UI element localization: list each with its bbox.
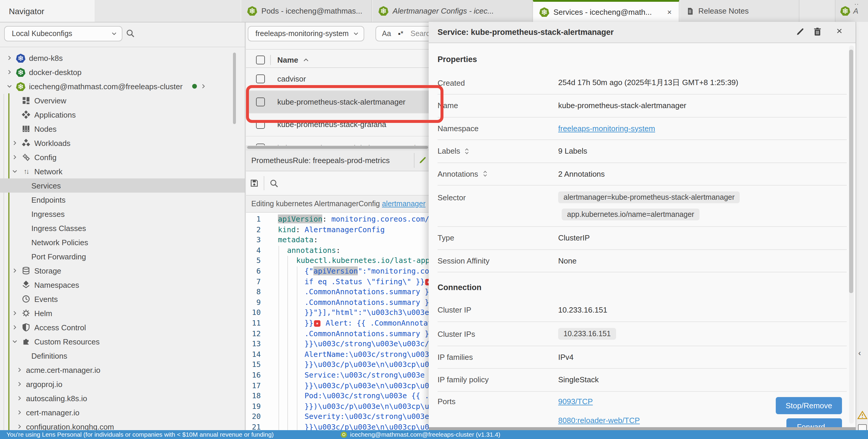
chevron-right-icon[interactable] (16, 381, 23, 387)
sidebar-item-nodes[interactable]: Nodes (0, 122, 245, 136)
lens-window: Navigator Pods - icecheng@mathmas...Aler… (0, 0, 868, 439)
port-link[interactable]: 8080:reloader-web/TCP (558, 416, 640, 425)
chevron-right-icon[interactable] (11, 325, 18, 330)
tab-partial[interactable]: A (835, 0, 868, 22)
chevron-right-icon[interactable] (16, 424, 23, 430)
sidebar-item-cert-manager-io[interactable]: cert-manager.io (0, 405, 245, 419)
kubeconfig-select[interactable]: Local Kubeconfigs (4, 26, 122, 41)
sidebar-item-config[interactable]: Config (0, 150, 245, 164)
tab-release-notes[interactable]: Release Notes (679, 0, 799, 22)
tab-alertmanager-configs[interactable]: Alertmanager Configs - icec... (372, 0, 533, 22)
cluster-status[interactable]: icecheng@mathmast.com@freeleaps-cluster … (341, 431, 500, 438)
name-column-header[interactable]: Name (277, 55, 298, 64)
drawer-scrollbar-thumb[interactable] (849, 49, 853, 293)
port-link[interactable]: 9093/TCP (558, 397, 640, 406)
sidebar-item-label: demo-k8s (29, 54, 63, 62)
sidebar-item-port-forwarding[interactable]: Port Forwarding (0, 249, 245, 264)
navigator-tab[interactable]: Navigator (0, 0, 95, 22)
sidebar-item-label: Namespaces (34, 280, 79, 289)
chevron-down-icon (353, 31, 359, 37)
sidebar-item-definitions[interactable]: Definitions (0, 348, 245, 363)
chevron-right-icon[interactable] (16, 395, 23, 401)
scrollbar-thumb[interactable] (247, 146, 428, 148)
sidebar-item-namespaces[interactable]: Namespaces (0, 278, 245, 292)
sidebar-item-endpoints[interactable]: Endpoints (0, 193, 245, 207)
chevron-right-icon[interactable] (6, 55, 12, 61)
sidebar-item-autoscaling-k8s-io[interactable]: autoscaling.k8s.io (0, 391, 245, 405)
chevron-down-icon[interactable] (6, 83, 12, 89)
network-icon: ↑↓ (21, 167, 31, 175)
chevron-down-icon[interactable] (11, 339, 18, 344)
row-label: IP family policy (438, 375, 558, 384)
sidebar-scrollbar[interactable] (233, 53, 236, 124)
sidebar-item-label: Overview (34, 96, 66, 105)
sidebar-item-acme-cert-manager-io[interactable]: acme.cert-manager.io (0, 363, 245, 377)
row-checkbox[interactable] (256, 75, 265, 83)
chevron-right-icon[interactable] (11, 268, 18, 274)
sidebar-item-custom-resources[interactable]: Custom Resources (0, 334, 245, 348)
sidebar-item-ingress-classes[interactable]: Ingress Classes (0, 221, 245, 235)
edit-icon[interactable] (796, 27, 804, 36)
sidebar-item-docker-desktop[interactable]: docker-desktop (0, 65, 245, 79)
tab-pods-icecheng-mathma[interactable]: Pods - icecheng@mathmas... (241, 0, 372, 22)
search-icon[interactable] (126, 29, 135, 38)
sidebar-item-helm[interactable]: Helm (0, 306, 245, 320)
sidebar-item-demo-k8s[interactable]: demo-k8s (0, 51, 245, 65)
namespace-link[interactable]: freeleaps-monitoring-system (558, 124, 655, 133)
sidebar-item-label: Storage (34, 266, 61, 275)
sidebar-item-label: Helm (34, 309, 52, 317)
edit-icon[interactable] (418, 156, 427, 164)
namespace-select[interactable]: freeleaps-monitoring-system (248, 26, 364, 41)
chevron-right-icon[interactable] (16, 409, 23, 415)
chevron-down-icon[interactable] (11, 168, 18, 174)
sidebar-item-argoproj-io[interactable]: argoproj.io (0, 377, 245, 391)
chevron-right-icon[interactable] (11, 154, 18, 160)
save-icon[interactable] (250, 179, 258, 187)
match-case-icon[interactable]: Aa (382, 30, 391, 38)
toggle-icon[interactable] (482, 170, 488, 177)
delete-icon[interactable] (813, 27, 822, 36)
row-checkbox[interactable] (256, 120, 265, 129)
nodes-icon (21, 125, 31, 133)
chevron-right-icon[interactable] (11, 310, 18, 316)
divider (264, 176, 264, 190)
drawer-title: Service: kube-prometheus-stack-alertmana… (438, 28, 614, 36)
sidebar-item-storage[interactable]: Storage (0, 264, 245, 278)
sidebar-item-configuration-konghq-com[interactable]: configuration.konghq.com (0, 419, 245, 430)
sidebar-item-network[interactable]: ↑↓Network (0, 164, 245, 178)
sidebar-item-workloads[interactable]: Workloads (0, 136, 245, 150)
chevron-right-icon[interactable] (11, 140, 18, 146)
sort-asc-icon[interactable] (303, 57, 310, 63)
stop-remove-button[interactable]: Stop/Remove (776, 397, 842, 414)
chevron-right-icon[interactable] (6, 69, 12, 75)
chevron-right-icon[interactable] (200, 83, 207, 89)
close-icon[interactable]: × (836, 25, 842, 37)
line-number: 21 (246, 423, 261, 430)
sidebar-item-label: acme.cert-manager.io (26, 365, 100, 374)
sidebar-item-overview[interactable]: Overview (0, 93, 245, 107)
select-all-checkbox[interactable] (256, 55, 265, 64)
tab-services-icecheng-ma[interactable]: Services - icecheng@math...× (533, 0, 679, 22)
background-window-strip: ‹ (855, 22, 868, 430)
tab-bar: Navigator Pods - icecheng@mathmas...Aler… (0, 0, 868, 23)
sidebar-item-services[interactable]: Services (0, 178, 245, 193)
editing-resource-link[interactable]: alertmanager (382, 200, 426, 208)
regex-icon[interactable]: ▪* (398, 30, 404, 38)
chevron-right-icon[interactable] (16, 367, 23, 373)
sidebar-item-label: docker-desktop (29, 68, 82, 76)
search-icon[interactable] (270, 179, 278, 188)
sidebar-item-applications[interactable]: Applications (0, 107, 245, 122)
sidebar-item-events[interactable]: Events (0, 292, 245, 306)
toggle-icon[interactable] (464, 148, 470, 155)
close-icon[interactable]: × (666, 7, 673, 16)
chevron-left-icon[interactable]: ‹ (858, 348, 861, 358)
row-checkbox[interactable] (256, 98, 265, 106)
kubeconfig-bar: Local Kubeconfigs (0, 22, 245, 47)
value-chip: app.kubernetes.io/name=alertmanager (562, 209, 700, 221)
row-label: Cluster IP (438, 306, 558, 315)
sidebar-item-ingresses[interactable]: Ingresses (0, 207, 245, 221)
sidebar-item-access-control[interactable]: Access Control (0, 320, 245, 334)
sidebar-item-network-policies[interactable]: Network Policies (0, 235, 245, 249)
events-icon (21, 295, 31, 303)
sidebar-item-icecheng-mathmast-com-freeleaps-cluster[interactable]: icecheng@mathmast.com@freeleaps-cluster (0, 79, 245, 93)
